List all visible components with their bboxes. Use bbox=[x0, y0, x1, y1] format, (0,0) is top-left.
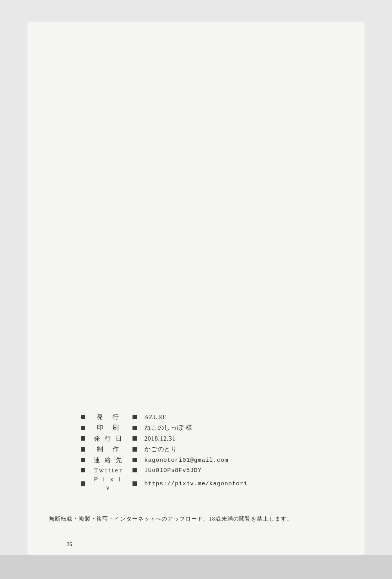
bullet-icon-left bbox=[78, 412, 87, 422]
value-print: ねこのしっぽ 様 bbox=[139, 422, 247, 434]
bullet-icon-right bbox=[130, 444, 139, 455]
table-row: 発 行 AZURE bbox=[78, 412, 247, 422]
table-row: 発 行 日 2018.12.31 bbox=[78, 434, 247, 444]
footer-disclaimer: 無断転載・複製・複写・インターネットへのアップロード、18歳未満の閲覧を禁止しま… bbox=[49, 515, 343, 523]
bullet-icon-left bbox=[78, 444, 87, 455]
value-creator: かごのとり bbox=[139, 444, 247, 455]
value-contact: kagonotori01@gmail.com bbox=[139, 455, 247, 465]
label-pixiv: Ｐｉｘｉｖ bbox=[87, 476, 130, 492]
label-print: 印 刷 bbox=[87, 422, 130, 434]
page: 発 行 AZURE 印 刷 ねこのしっぽ 様 bbox=[27, 22, 365, 555]
content-area: 発 行 AZURE 印 刷 ねこのしっぽ 様 bbox=[78, 412, 341, 492]
bullet-icon-left bbox=[78, 434, 87, 444]
bullet-icon-right bbox=[130, 422, 139, 434]
bullet-icon-right bbox=[130, 434, 139, 444]
bullet-icon-right bbox=[130, 465, 139, 476]
table-row: 制 作 かごのとり bbox=[78, 444, 247, 455]
label-twitter: Twitter bbox=[87, 465, 130, 476]
bullet-icon-left bbox=[78, 422, 87, 434]
bullet-icon-right bbox=[130, 412, 139, 422]
value-publisher: AZURE bbox=[139, 412, 247, 422]
bullet-icon-right bbox=[130, 476, 139, 492]
table-row: 連 絡 先 kagonotori01@gmail.com bbox=[78, 455, 247, 465]
bullet-icon-left bbox=[78, 465, 87, 476]
label-creator: 制 作 bbox=[87, 444, 130, 455]
bullet-icon-left bbox=[78, 476, 87, 492]
page-number: 26 bbox=[67, 541, 72, 548]
value-twitter: lUo010Ps8Fv5JDY bbox=[139, 465, 247, 476]
bottom-bar bbox=[0, 555, 392, 579]
info-table: 発 行 AZURE 印 刷 ねこのしっぽ 様 bbox=[78, 412, 247, 492]
label-publisher: 発 行 bbox=[87, 412, 130, 422]
table-row: Ｐｉｘｉｖ https://pixiv.me/kagonotori bbox=[78, 476, 247, 492]
label-contact: 連 絡 先 bbox=[87, 455, 130, 465]
table-row: 印 刷 ねこのしっぽ 様 bbox=[78, 422, 247, 434]
value-date: 2018.12.31 bbox=[139, 434, 247, 444]
value-pixiv: https://pixiv.me/kagonotori bbox=[139, 476, 247, 492]
table-row: Twitter lUo010Ps8Fv5JDY bbox=[78, 465, 247, 476]
label-date: 発 行 日 bbox=[87, 434, 130, 444]
bullet-icon-right bbox=[130, 455, 139, 465]
bullet-icon-left bbox=[78, 455, 87, 465]
